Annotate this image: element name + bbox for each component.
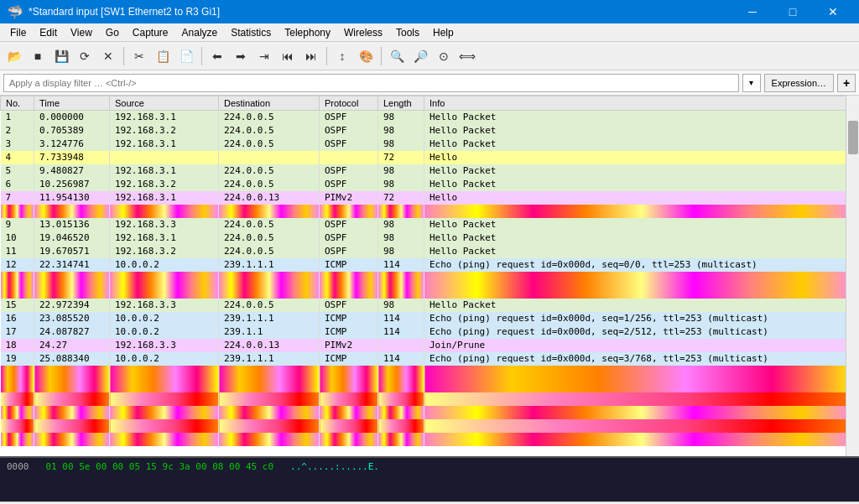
tb-zoomin[interactable]: 🔍 (386, 45, 408, 67)
cell-source: 10.0.0.2 (110, 433, 219, 446)
tb-copy[interactable]: 📋 (152, 45, 174, 67)
cell-length: 72 (378, 205, 424, 218)
table-row[interactable]: 1724.08782710.0.0.2239.1.1ICMP114Echo (p… (1, 325, 859, 339)
table-row[interactable]: 1119.670571192.168.3.2224.0.0.5OSPF98Hel… (1, 245, 859, 258)
filter-input[interactable] (3, 74, 739, 92)
title-bar-controls[interactable]: ─ □ ✕ (733, 0, 852, 23)
col-time[interactable]: Time (34, 96, 110, 111)
cell-protocol: OSPF (320, 138, 378, 151)
expression-button[interactable]: Expression… (764, 74, 834, 92)
minimize-button[interactable]: ─ (733, 0, 772, 23)
table-row[interactable]: 1326.17PIMv265Join/Prune (1, 272, 859, 285)
hex-bytes: 01 00 5e 00 00 05 15 9c 3a 00 08 00 45 c… (46, 461, 274, 472)
cell-info: Echo (ping) request id=0x000d, seq=1/256… (424, 312, 859, 325)
table-row[interactable]: 2529.2251910.0.0.2OSPFHello Packet (1, 433, 859, 446)
menu-tools[interactable]: Tools (389, 25, 426, 40)
cell-destination: 224.0.0.5 (219, 138, 320, 151)
menu-statistics[interactable]: Statistics (224, 25, 278, 40)
tb-open[interactable]: 📂 (3, 45, 25, 67)
cell-no: 18 (1, 339, 34, 352)
table-row[interactable]: 913.015136192.168.3.3224.0.0.5OSPF98Hell… (1, 218, 859, 231)
menu-go[interactable]: Go (99, 25, 126, 40)
table-row[interactable]: 59.480827192.168.3.1224.0.0.5OSPF98Hello… (1, 164, 859, 178)
menu-help[interactable]: Help (426, 25, 461, 40)
menu-telephony[interactable]: Telephony (278, 25, 337, 40)
tb-zoomout[interactable]: 🔎 (409, 45, 431, 67)
tb-zoomnormal[interactable]: ⊙ (433, 45, 455, 67)
cell-length: 114 (378, 325, 424, 339)
cell-length: 98 (378, 299, 424, 312)
menu-edit[interactable]: Edit (33, 25, 64, 40)
tb-resize[interactable]: ⟺ (456, 45, 478, 67)
cell-no: 20 (1, 366, 34, 379)
table-row[interactable]: 10.000000192.168.3.1224.0.0.5OSPF98Hello… (1, 111, 859, 124)
cell-source: 192.168.3.3 (110, 299, 219, 312)
table-row[interactable]: 1019.046520192.168.3.1224.0.0.5OSPF98Hel… (1, 231, 859, 245)
cell-protocol (320, 151, 378, 164)
table-row[interactable]: 811.6272 (1, 205, 859, 218)
table-row[interactable]: 1623.08552010.0.0.2239.1.1.1ICMP114Echo … (1, 312, 859, 325)
menu-capture[interactable]: Capture (126, 25, 175, 40)
tb-close[interactable]: ■ (27, 45, 49, 67)
maximize-button[interactable]: □ (773, 0, 812, 23)
menu-wireless[interactable]: Wireless (337, 25, 389, 40)
tb-autoscroll[interactable]: ↕ (331, 45, 353, 67)
cell-time: 29.22519 (34, 433, 110, 446)
menu-view[interactable]: View (64, 25, 99, 40)
tb-goto[interactable]: ⇥ (253, 45, 275, 67)
col-info[interactable]: Info (424, 96, 859, 111)
tb-colorize[interactable]: 🎨 (355, 45, 377, 67)
cell-protocol: PIMv2 (320, 285, 378, 299)
tb-reload[interactable]: ⟳ (74, 45, 96, 67)
col-no[interactable]: No. (1, 96, 34, 111)
table-row[interactable]: 1522.972394192.168.3.3224.0.0.5OSPF98Hel… (1, 299, 859, 312)
table-row[interactable]: 2127.09121910.0.0.2239.1.1ICMP114Echo (p… (1, 379, 859, 392)
tb-paste[interactable]: 📄 (175, 45, 197, 67)
add-filter-button[interactable]: + (837, 74, 856, 92)
cell-info: Hello Packet (424, 124, 859, 138)
table-row[interactable]: 711.954130192.168.3.1224.0.0.13PIMv272He… (1, 191, 859, 205)
table-row[interactable]: 610.256987192.168.3.2224.0.0.5OSPF98Hell… (1, 178, 859, 191)
tb-fwd[interactable]: ➡ (230, 45, 252, 67)
tb-stop[interactable]: ✕ (97, 45, 119, 67)
col-protocol[interactable]: Protocol (320, 96, 378, 111)
cell-length (378, 285, 424, 299)
toolbar-separator-4 (381, 47, 382, 65)
table-row[interactable]: 33.124776192.168.3.1224.0.0.5OSPF98Hello… (1, 138, 859, 151)
table-row[interactable]: 1925.08834010.0.0.2239.1.1.1ICMP114Echo … (1, 352, 859, 366)
cell-source: 192.168.3.1 (110, 164, 219, 178)
cell-protocol (320, 205, 378, 218)
tb-last[interactable]: ⏭ (300, 45, 322, 67)
col-destination[interactable]: Destination (219, 96, 320, 111)
cell-source: 192.168.3.1 (110, 191, 219, 205)
tb-save[interactable]: 💾 (50, 45, 72, 67)
cell-length: 98 (378, 231, 424, 245)
table-row[interactable]: 2228.1093810.0.0.2239.1.1ICMP114Echo (pi… (1, 392, 859, 406)
cell-source: 10.0.0.2 (110, 312, 219, 325)
cell-length: 98 (378, 111, 424, 124)
table-row[interactable]: 1222.31474110.0.0.2239.1.1.1ICMP114Echo … (1, 258, 859, 272)
close-button[interactable]: ✕ (814, 0, 852, 23)
cell-info: Hello Packet (424, 299, 859, 312)
filter-dropdown[interactable]: ▾ (742, 74, 761, 92)
cell-time: 29.118 (34, 419, 110, 433)
col-length[interactable]: Length (378, 96, 424, 111)
tb-cut[interactable]: ✂ (128, 45, 150, 67)
app-icon: 🦈 (7, 4, 23, 20)
table-row[interactable]: 1824.27192.168.3.3224.0.0.13PIMv2Join/Pr… (1, 339, 859, 352)
col-source[interactable]: Source (110, 96, 219, 111)
table-row[interactable]: 2429.11810.0.2239.1.1ICMP114Echo (ping) … (1, 419, 859, 433)
cell-protocol: PIMv2 (320, 272, 378, 285)
menu-file[interactable]: File (3, 25, 33, 40)
scrollbar[interactable] (846, 96, 859, 456)
tb-first[interactable]: ⏮ (277, 45, 299, 67)
table-row[interactable]: 2026.09124610.0.0.2239.1.1ICMP114Echo (p… (1, 366, 859, 379)
table-row[interactable]: 20.705389192.168.3.2224.0.0.5OSPF98Hello… (1, 124, 859, 138)
cell-info: Hello Packet (424, 178, 859, 191)
table-row[interactable]: 14PIMv2Join/a uni (1, 285, 859, 299)
table-row[interactable]: 47.73394872Hello (1, 151, 859, 164)
tb-back[interactable]: ⬅ (206, 45, 228, 67)
table-row[interactable]: 2329.0Prune Packet (1, 406, 859, 419)
scroll-thumb[interactable] (848, 121, 858, 154)
menu-analyze[interactable]: Analyze (175, 25, 225, 40)
